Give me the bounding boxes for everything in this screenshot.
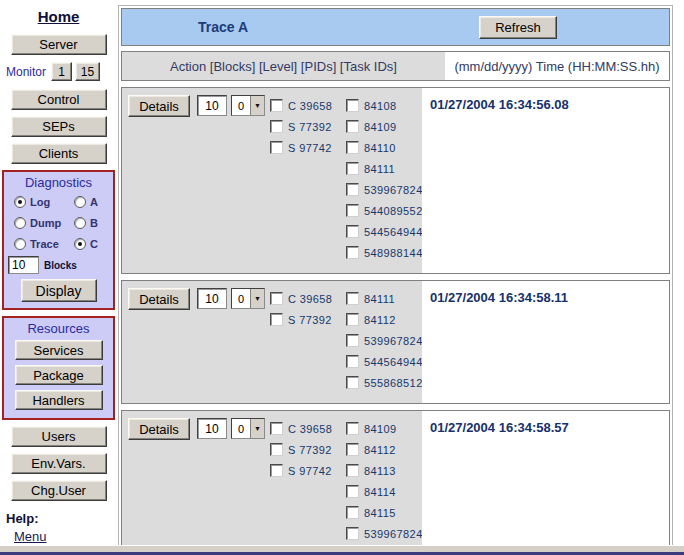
row-blocks-input[interactable] <box>197 95 227 116</box>
radio-button-icon[interactable] <box>74 217 86 229</box>
control-button[interactable]: Control <box>11 89 107 110</box>
checkbox-item[interactable]: 548988144 <box>346 246 423 259</box>
monitor-1-button[interactable]: 1 <box>51 62 72 81</box>
checkbox[interactable] <box>346 422 359 435</box>
timestamp: 01/27/2004 16:34:56.08 <box>430 97 569 112</box>
seps-button[interactable]: SEPs <box>11 116 107 137</box>
checkbox-item[interactable]: 84109 <box>346 422 423 435</box>
checkbox-item[interactable]: 84114 <box>346 485 423 498</box>
checkbox-item[interactable]: 84112 <box>346 443 423 456</box>
checkbox-item[interactable]: C 39658 <box>270 422 346 435</box>
envvars-button[interactable]: Env.Vars. <box>11 453 107 474</box>
chguser-button[interactable]: Chg.User <box>11 480 107 501</box>
checkbox[interactable] <box>346 162 359 175</box>
radio-button-icon[interactable] <box>14 196 26 208</box>
radio-option[interactable]: Trace <box>14 238 59 250</box>
checkbox-item[interactable]: 544564944 <box>346 355 423 368</box>
checkbox[interactable] <box>270 292 283 305</box>
checkbox-item[interactable]: 84109 <box>346 120 423 133</box>
checkbox[interactable] <box>346 334 359 347</box>
checkbox-item[interactable]: S 97742 <box>270 464 346 477</box>
checkbox[interactable] <box>346 485 359 498</box>
level-select[interactable]: 0 ▼ <box>231 418 265 439</box>
radio-option[interactable]: A <box>74 196 98 208</box>
checkbox[interactable] <box>270 313 283 326</box>
checkbox-item[interactable]: 539967824 <box>346 334 423 347</box>
chevron-down-icon[interactable]: ▼ <box>250 419 264 438</box>
checkbox-label: 539967824 <box>364 335 423 347</box>
chevron-down-icon[interactable]: ▼ <box>250 96 264 115</box>
checkbox[interactable] <box>346 183 359 196</box>
radio-button-icon[interactable] <box>14 238 26 250</box>
checkbox-item[interactable]: 84111 <box>346 292 423 305</box>
display-button[interactable]: Display <box>21 279 97 302</box>
checkbox-item[interactable]: 544564944 <box>346 225 423 238</box>
monitor-15-button[interactable]: 15 <box>75 62 100 81</box>
checkbox-item[interactable]: C 39658 <box>270 292 346 305</box>
chevron-down-icon[interactable]: ▼ <box>250 289 264 308</box>
checkbox[interactable] <box>346 225 359 238</box>
checkbox-item[interactable]: 555868512 <box>346 376 423 389</box>
horizontal-scrollbar[interactable] <box>0 545 684 555</box>
checkbox-item[interactable]: S 77392 <box>270 443 346 456</box>
checkbox-item[interactable]: S 77392 <box>270 313 346 326</box>
checkbox-item[interactable]: 544089552 <box>346 204 423 217</box>
checkbox[interactable] <box>270 443 283 456</box>
checkbox-item[interactable]: 539967824 <box>346 527 423 540</box>
server-button[interactable]: Server <box>11 34 107 55</box>
checkbox-item[interactable]: S 77392 <box>270 120 346 133</box>
row-blocks-input[interactable] <box>197 288 227 309</box>
checkbox-item[interactable]: 84111 <box>346 162 423 175</box>
checkbox[interactable] <box>270 422 283 435</box>
checkbox-label: 84114 <box>364 486 396 498</box>
checkbox-item[interactable]: 84115 <box>346 506 423 519</box>
checkbox[interactable] <box>346 292 359 305</box>
checkbox[interactable] <box>346 506 359 519</box>
clients-button[interactable]: Clients <box>11 143 107 164</box>
checkbox[interactable] <box>346 527 359 540</box>
checkbox[interactable] <box>270 141 283 154</box>
blocks-input[interactable] <box>8 256 39 274</box>
home-link[interactable]: Home <box>0 8 117 25</box>
checkbox-item[interactable]: 84108 <box>346 99 423 112</box>
details-button[interactable]: Details <box>128 95 190 117</box>
checkbox[interactable] <box>346 99 359 112</box>
checkbox[interactable] <box>346 464 359 477</box>
checkbox-item[interactable]: 84112 <box>346 313 423 326</box>
package-button[interactable]: Package <box>15 365 103 385</box>
checkbox-item[interactable]: S 97742 <box>270 141 346 154</box>
radio-button-icon[interactable] <box>14 217 26 229</box>
checkbox[interactable] <box>346 204 359 217</box>
level-select[interactable]: 0 ▼ <box>231 288 265 309</box>
checkbox-item[interactable]: C 39658 <box>270 99 346 112</box>
checkbox-label: 555868512 <box>364 377 423 389</box>
users-button[interactable]: Users <box>11 426 107 447</box>
checkbox[interactable] <box>346 141 359 154</box>
checkbox[interactable] <box>270 464 283 477</box>
checkbox[interactable] <box>346 376 359 389</box>
radio-option[interactable]: C <box>74 238 98 250</box>
checkbox[interactable] <box>270 99 283 112</box>
radio-button-icon[interactable] <box>74 196 86 208</box>
details-button[interactable]: Details <box>128 288 190 310</box>
checkbox[interactable] <box>346 443 359 456</box>
details-button[interactable]: Details <box>128 418 190 440</box>
level-select[interactable]: 0 ▼ <box>231 95 265 116</box>
handlers-button[interactable]: Handlers <box>15 390 103 410</box>
help-menu-link[interactable]: Menu <box>14 529 117 544</box>
checkbox[interactable] <box>346 355 359 368</box>
services-button[interactable]: Services <box>15 340 103 360</box>
radio-option[interactable]: Dump <box>14 217 61 229</box>
checkbox[interactable] <box>346 246 359 259</box>
checkbox[interactable] <box>346 313 359 326</box>
checkbox[interactable] <box>346 120 359 133</box>
checkbox[interactable] <box>270 120 283 133</box>
radio-button-icon[interactable] <box>74 238 86 250</box>
checkbox-item[interactable]: 84113 <box>346 464 423 477</box>
refresh-button[interactable]: Refresh <box>479 16 557 39</box>
radio-option[interactable]: Log <box>14 196 50 208</box>
row-blocks-input[interactable] <box>197 418 227 439</box>
checkbox-item[interactable]: 539967824 <box>346 183 423 196</box>
checkbox-item[interactable]: 84110 <box>346 141 423 154</box>
radio-option[interactable]: B <box>74 217 98 229</box>
